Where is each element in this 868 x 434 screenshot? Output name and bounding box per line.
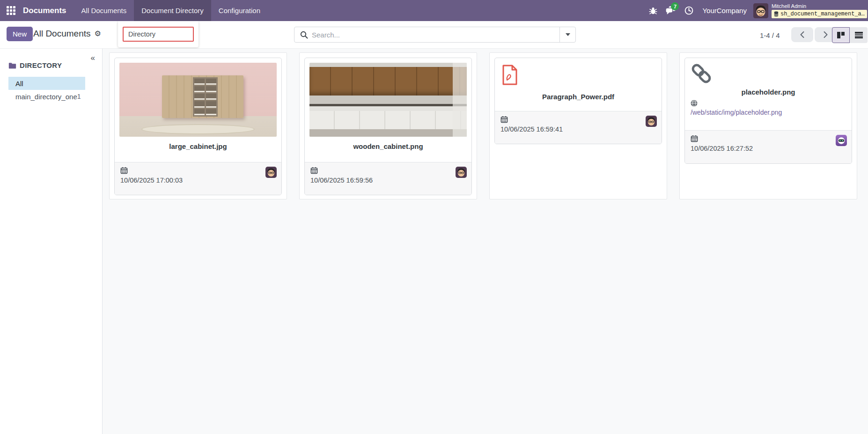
sidebar-item-label: All <box>15 80 23 88</box>
sidebar-item-main-directory-one[interactable]: main_directory_one 1 <box>8 90 85 103</box>
owner-avatar-bot[interactable] <box>836 135 847 146</box>
owner-avatar[interactable] <box>456 167 467 178</box>
page-title: All Documents <box>33 29 91 39</box>
calendar-icon <box>310 167 318 174</box>
directory-sidebar: « DIRECTORY All main_directory_one 1 <box>0 49 103 434</box>
document-thumbnail[interactable] <box>309 63 467 137</box>
control-panel: New All Documents ⚙ 1-4 / 4 <box>0 21 868 49</box>
list-icon <box>855 32 863 38</box>
list-view-button[interactable] <box>850 27 868 43</box>
document-name: large_cabinet.jpg <box>115 137 281 150</box>
sidebar-item-label: main_directory_one <box>15 93 77 101</box>
document-date: 10/06/2025 16:59:41 <box>500 125 656 133</box>
calendar-icon <box>120 167 128 174</box>
company-switcher[interactable]: YourCompany <box>698 7 753 15</box>
gear-icon[interactable]: ⚙ <box>95 30 101 37</box>
document-name: Paragraph_Power.pdf <box>495 85 662 101</box>
database-icon <box>774 11 779 17</box>
document-name: wooden_cabinet.png <box>305 137 471 150</box>
folder-icon <box>8 62 16 69</box>
new-button[interactable]: New <box>7 27 33 41</box>
view-switcher <box>832 27 868 43</box>
clock-icon <box>684 6 694 15</box>
menu-all-documents[interactable]: All Documents <box>74 0 134 21</box>
calendar-icon <box>500 116 508 123</box>
globe-icon <box>691 100 852 107</box>
chevron-down-icon <box>566 33 570 36</box>
app-brand[interactable]: Documents <box>21 0 74 21</box>
activities-button[interactable] <box>680 0 698 21</box>
database-badge: sh_document_management_a… <box>772 10 867 18</box>
apps-grid-icon <box>7 6 15 15</box>
user-menu[interactable]: Mitchell Admin sh_document_management_a… <box>768 3 868 18</box>
document-url-link[interactable]: /web/static/img/placeholder.png <box>691 109 846 116</box>
odoobot-avatar-image <box>836 135 847 146</box>
breadcrumb: All Documents ⚙ <box>33 29 101 39</box>
document-date: 10/06/2025 17:00:03 <box>120 177 276 184</box>
kanban-view: large_cabinet.jpg 10/06/2025 17:00:03 <box>103 49 868 434</box>
chevron-left-icon <box>800 31 805 38</box>
directory-filter-panel <box>118 21 199 47</box>
directory-filter-input[interactable] <box>123 27 194 42</box>
top-navbar: Documents All Documents Document Directo… <box>0 0 868 21</box>
apps-menu-button[interactable] <box>0 0 21 21</box>
sidebar-item-count: 1 <box>77 93 81 100</box>
menu-document-directory[interactable]: Document Directory <box>134 0 211 21</box>
chevron-right-icon <box>823 31 828 38</box>
sidebar-section-title: DIRECTORY <box>20 61 62 69</box>
kanban-view-button[interactable] <box>832 27 850 43</box>
bug-icon <box>648 6 658 15</box>
database-name: sh_document_management_a… <box>780 11 865 17</box>
document-name: placeholder.png <box>685 84 852 96</box>
kanban-icon <box>837 32 845 38</box>
document-card-wooden-cabinet[interactable]: wooden_cabinet.png 10/06/2025 16:59:56 <box>299 52 477 199</box>
mitchell-avatar-image <box>753 3 768 18</box>
owner-avatar[interactable] <box>265 167 277 178</box>
pager-previous-button[interactable] <box>791 27 813 42</box>
document-card-paragraph-power-pdf[interactable]: Paragraph_Power.pdf 10/06/2025 16:59:41 <box>489 52 667 199</box>
search-bar <box>294 27 576 43</box>
calendar-icon <box>691 135 698 142</box>
pdf-file-icon <box>501 65 518 85</box>
messages-button[interactable]: 7 <box>662 0 680 21</box>
debug-bug-icon[interactable] <box>644 0 662 21</box>
sidebar-item-all[interactable]: All <box>8 77 85 90</box>
document-date: 10/06/2025 16:59:56 <box>310 177 466 184</box>
search-dropdown-toggle[interactable] <box>559 27 575 42</box>
search-input[interactable] <box>308 31 559 39</box>
link-chain-icon <box>691 63 712 84</box>
pager-counter: 1-4 / 4 <box>760 31 780 39</box>
sidebar-collapse-button[interactable]: « <box>91 53 95 63</box>
owner-avatar[interactable] <box>646 116 657 127</box>
message-count-badge: 7 <box>671 2 679 10</box>
document-card-large-cabinet[interactable]: large_cabinet.jpg 10/06/2025 17:00:03 <box>109 52 287 199</box>
menu-configuration[interactable]: Configuration <box>211 0 268 21</box>
document-thumbnail[interactable] <box>119 63 277 137</box>
user-name: Mitchell Admin <box>772 3 867 9</box>
user-avatar[interactable] <box>753 3 768 18</box>
document-date: 10/06/2025 16:27:52 <box>691 145 846 152</box>
search-icon <box>294 31 308 39</box>
document-card-placeholder-url[interactable]: placeholder.png /web/static/img/placehol… <box>679 52 857 199</box>
